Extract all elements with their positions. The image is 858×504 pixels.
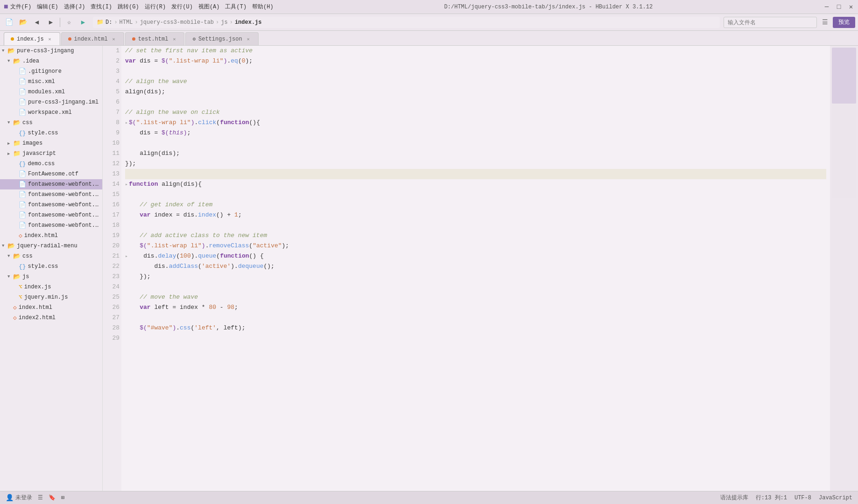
breadcrumb: 📁 D: › HTML › jquery-css3-mobile-tab › j… [93,17,720,28]
open-file-button[interactable]: 📂 [17,16,29,28]
back-button[interactable]: ◀ [31,16,43,28]
status-user[interactable]: 👤 未登录 [6,494,32,502]
menu-item[interactable]: 视图(A) [198,3,220,11]
file-ttf-icon: 📄 [19,201,26,209]
close-button[interactable]: ✕ [848,4,854,10]
sidebar-item-fontawesome-ttf[interactable]: 📄fontawesome-webfont.ttf [0,200,102,210]
tab-index-html[interactable]: index.html ✕ [61,32,124,45]
forward-button[interactable]: ▶ [45,16,57,28]
menu-item[interactable]: 帮助(H) [252,3,274,11]
folder-closed-arrow[interactable]: ▶ [7,141,13,146]
sidebar-item-demo-css[interactable]: {}demo.css [0,159,102,169]
folder-open-arrow[interactable]: ▼ [2,49,7,53]
folder-open-arrow[interactable]: ▼ [7,120,13,125]
folder-closed-arrow[interactable]: ▶ [7,151,13,156]
status-terminal[interactable]: ⊞ [61,494,64,501]
sidebar-item-images[interactable]: ▶📁images [0,138,102,148]
folder-open-arrow[interactable]: ▼ [7,59,13,63]
breadcrumb-d[interactable]: D: [105,19,112,26]
preview-button[interactable]: 预览 [833,17,855,28]
sidebar-item-jquery-min-js[interactable]: ⌥jquery.min.js [0,292,102,302]
tab-close-index-html[interactable]: ✕ [111,36,117,42]
sidebar-label-demo-css: demo.css [28,161,55,167]
tab-close-index-js[interactable]: ✕ [47,36,53,42]
fold-button-21[interactable]: ▸ [125,254,128,259]
tab-close-test-html[interactable]: ✕ [171,36,177,42]
fold-button-14[interactable]: ▸ [125,182,128,187]
sidebar-item-fontawesome-svg[interactable]: 📄fontawesome-webfont.svg [0,189,102,200]
sidebar-item-modules-xml[interactable]: 📄modules.xml [0,87,102,97]
menu-item[interactable]: 运行(R) [145,3,166,11]
breadcrumb-html[interactable]: HTML [120,19,133,26]
menu-item[interactable]: 查找(I) [91,3,112,11]
token-method: css [180,324,190,331]
breadcrumb-js[interactable]: js [221,19,227,26]
file-css-icon: {} [19,263,26,270]
tab-test-html[interactable]: test.html ✕ [125,32,185,45]
new-file-button[interactable]: 📄 [3,16,15,28]
filter-button[interactable]: ☰ [819,16,831,28]
breadcrumb-file[interactable]: index.js [235,19,262,26]
file-search-input[interactable] [724,17,817,28]
sidebar-item-index-js-file[interactable]: ⌥index.js [0,282,102,292]
sidebar-item-jquery-radial-menu[interactable]: ▼📂jquery-radial-menu [0,241,102,251]
run-button[interactable]: ▶ [77,16,89,28]
maximize-button[interactable]: □ [836,4,842,10]
titlebar-menus[interactable]: 文件(F)编辑(E)选择(J)查找(I)跳转(G)运行(R)发行(U)视图(A)… [10,3,274,11]
code-line-2: var dis = $(".list-wrap li").eq(0); [125,56,826,66]
menu-item[interactable]: 编辑(E) [37,3,58,11]
sidebar-item-misc-xml[interactable]: 📄misc.xml [0,77,102,87]
sidebar-item-workspace-xml[interactable]: 📄workspace.xml [0,107,102,118]
status-outline[interactable]: ☰ [38,494,43,501]
token-plain: ). [191,252,198,259]
sidebar-item-css2[interactable]: ▼📂css [0,251,102,261]
token-keyword: var [140,211,150,218]
sidebar-item-fontawesome-woff[interactable]: 📄fontawesome-webfont.woff [0,210,102,220]
tab-settings-json[interactable]: ⚙ Settings.json ✕ [185,32,258,45]
token-this: this [169,129,183,136]
token-plain: ); [246,57,253,64]
sidebar-label-fontawesome-svg: fontawesome-webfont.svg [28,191,100,198]
folder-open-arrow[interactable]: ▼ [7,274,13,279]
bookmark-button[interactable]: ☆ [63,16,75,28]
folder-open-arrow[interactable]: ▼ [7,254,13,259]
code-content[interactable]: // set the first nav item as activevar d… [121,46,830,491]
sidebar-item-style-css2[interactable]: {}style.css [0,261,102,272]
folder-open-arrow[interactable]: ▼ [2,244,7,248]
file-css-icon: {} [19,161,26,168]
sidebar-item-fontawesome-eot[interactable]: 📄fontawesome-webfont.eot [0,179,102,189]
sidebar-item-idea[interactable]: ▼📂.idea [0,56,102,66]
menu-item[interactable]: 文件(F) [10,3,32,11]
token-method: dequeue [238,263,264,270]
folder-icon: 📂 [13,119,21,126]
fold-button-8[interactable]: ▸ [125,120,128,126]
sidebar-item-pure-css3-jingang-iml[interactable]: 📄pure-css3-jingang.iml [0,97,102,107]
sidebar-item-gitignore[interactable]: 📄.gitignore [0,66,102,77]
minimize-button[interactable]: ─ [823,4,830,10]
sidebar-item-fontawesome-otf[interactable]: 📄FontAwesome.otf [0,169,102,179]
token-string: "active" [253,242,281,249]
token-selector: $( [140,324,147,331]
sidebar-item-fontawesome-woff2[interactable]: 📄fontawesome-webfont.woff2 [0,220,102,231]
breadcrumb-project[interactable]: jquery-css3-mobile-tab [140,19,214,26]
sidebar-item-pure-css3-jingang[interactable]: ▼📂pure-css3-jingang [0,46,102,56]
tab-index-js[interactable]: index.js ✕ [4,32,60,45]
sidebar-item-javascript[interactable]: ▶📁javascript [0,148,102,159]
line-num-20: 20 [105,241,120,251]
menu-item[interactable]: 工具(T) [225,3,246,11]
tab-close-settings-json[interactable]: ✕ [245,36,252,42]
line-num-22: 22 [105,261,120,272]
menu-item[interactable]: 跳转(G) [118,3,139,11]
token-selector: ) [202,242,205,249]
menu-item[interactable]: 发行(U) [171,3,193,11]
titlebar-controls[interactable]: ─ □ ✕ [823,4,854,10]
sidebar-item-index-html2[interactable]: ◇index.html [0,302,102,313]
menu-item[interactable]: 选择(J) [64,3,85,11]
status-bookmark[interactable]: 🔖 [49,494,56,501]
sidebar-item-index-html-root[interactable]: ◇index.html [0,231,102,241]
sidebar-item-index2-html[interactable]: ◇index2.html [0,313,102,323]
sidebar-item-style-css[interactable]: {}style.css [0,128,102,138]
file-svg-icon: 📄 [19,191,26,198]
sidebar-item-css[interactable]: ▼📂css [0,118,102,128]
sidebar-item-js[interactable]: ▼📂js [0,272,102,282]
